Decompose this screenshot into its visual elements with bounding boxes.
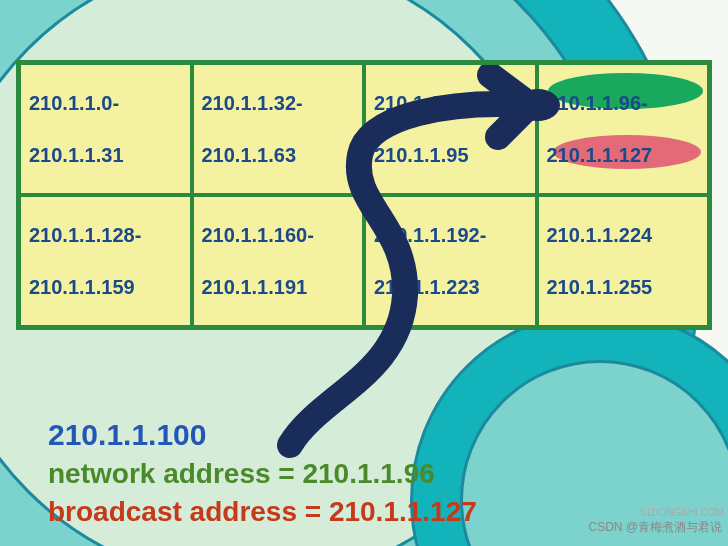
source-logo: 51DONGSHI.COM [640,507,724,518]
table-cell: 210.1.1.0- 210.1.1.31 [19,63,192,195]
pointer-arrow [230,65,650,465]
ip-address-label: 210.1.1.100 [48,418,206,452]
table-cell: 210.1.1.128- 210.1.1.159 [19,195,192,327]
range-end: 210.1.1.31 [29,143,182,167]
svg-point-0 [516,89,560,121]
range-end: 210.1.1.159 [29,275,182,299]
watermark-text: CSDN @青梅煮酒与君说 [588,519,722,536]
range-start: 210.1.1.0- [29,91,182,115]
broadcast-address-label: broadcast address = 210.1.1.127 [48,496,477,528]
range-start: 210.1.1.128- [29,223,182,247]
